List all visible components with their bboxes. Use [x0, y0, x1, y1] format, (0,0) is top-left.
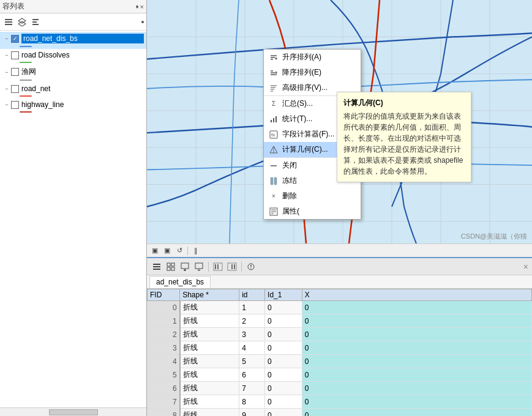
- table-row[interactable]: 5折线600: [148, 368, 532, 382]
- toc-tool-list[interactable]: [2, 16, 15, 28]
- col-shape[interactable]: Shape *: [180, 289, 239, 301]
- cell-id: 9: [239, 409, 265, 417]
- sigma-icon: Σ: [269, 99, 279, 109]
- layer-label-road-net: road_net: [21, 84, 144, 93]
- close-ctx-icon: [269, 161, 279, 171]
- toc-tool-layers[interactable]: [16, 16, 28, 28]
- table-row[interactable]: 6折线700: [148, 382, 532, 395]
- table-tab-main[interactable]: ad_net_dis_bs: [149, 276, 211, 288]
- cell-id1: 0: [265, 409, 302, 417]
- toc-toolbar: [0, 13, 146, 31]
- ctx-calc-geo-label: 计算几何(C)...: [282, 144, 328, 155]
- table-tool-add-row[interactable]: [179, 261, 191, 273]
- expand-icon-highway[interactable]: −: [2, 100, 11, 109]
- layer-checkbox-road-dissolves[interactable]: [11, 51, 19, 59]
- cell-x: 0: [302, 328, 531, 341]
- svg-rect-52: [167, 267, 170, 270]
- svg-marker-28: [275, 71, 277, 73]
- toc-header: 容列表 ♦ ×: [0, 0, 146, 13]
- ctx-sort-asc[interactable]: 升序排列(A): [264, 50, 361, 65]
- table-tabs: ad_net_dis_bs: [147, 275, 532, 289]
- cell-id1: 0: [265, 314, 302, 328]
- table-tab-label: ad_net_dis_bs: [156, 278, 204, 286]
- table-tool-delete-row[interactable]: [193, 261, 205, 273]
- cell-x: 0: [302, 409, 531, 417]
- table-close-button[interactable]: ×: [523, 262, 528, 272]
- toc-layer-road-dissolves[interactable]: − road Dissolves: [0, 49, 146, 61]
- col-x[interactable]: X: [302, 289, 531, 301]
- toc-layer-highway-line[interactable]: − highway_line: [0, 98, 146, 111]
- table-row[interactable]: 3折线400: [148, 341, 532, 355]
- toc-layer-road-net-dis-bs[interactable]: − road_net_dis_bs: [0, 32, 146, 45]
- toc-layer-yuwan[interactable]: − 渔网: [0, 65, 146, 79]
- cell-fid: 8: [148, 409, 180, 417]
- expand-icon[interactable]: −: [2, 51, 11, 59]
- geo-icon: [269, 145, 279, 155]
- layer-checkbox-yuwan[interactable]: [11, 68, 19, 76]
- map-tool-pan[interactable]: ▣: [162, 245, 173, 256]
- svg-rect-34: [273, 118, 274, 122]
- map-area[interactable]: 升序排列(A) 降序排列(E) 高级排序(V)... Σ 汇总(S)..: [147, 0, 532, 243]
- toc-title: 容列表: [2, 1, 24, 12]
- table-tool-move-left[interactable]: [226, 261, 238, 273]
- table-tool-action[interactable]: [245, 261, 257, 273]
- toc-scroll-bar: [0, 407, 146, 416]
- table-tool-grid[interactable]: [165, 261, 177, 273]
- ctx-attr-label: 属性(: [282, 206, 299, 217]
- svg-marker-24: [275, 57, 277, 59]
- freeze-icon: [269, 176, 279, 186]
- toc-tool-options[interactable]: [29, 16, 42, 28]
- svg-rect-48: [153, 266, 160, 267]
- col-fid[interactable]: FID: [148, 289, 180, 301]
- calc-icon: fx: [269, 130, 279, 139]
- tooltip-popup: 计算几何(C) 将此字段的值填充或更新为来自该表所代表的要素的几何值，如面积、周…: [337, 92, 471, 182]
- expand-icon-road-net[interactable]: −: [2, 84, 11, 93]
- cell-fid: 0: [148, 301, 180, 314]
- layer-label-highway: highway_line: [21, 100, 144, 109]
- map-tool-refresh[interactable]: ↺: [174, 245, 185, 256]
- table-row[interactable]: 4折线500: [148, 355, 532, 368]
- table-row[interactable]: 2折线300: [148, 328, 532, 341]
- expand-icon-yuwan[interactable]: −: [2, 68, 11, 76]
- expand-icon[interactable]: −: [2, 34, 11, 43]
- map-toolbar: ▣ ▣ ↺ ‖: [147, 243, 532, 257]
- ctx-field-calc-label: 字段计算器(F)...: [282, 129, 334, 139]
- map-tool-pause[interactable]: ‖: [190, 245, 201, 256]
- toc-layer-road-net[interactable]: − road_net: [0, 83, 146, 95]
- table-row[interactable]: 8折线900: [148, 409, 532, 417]
- ctx-sort-desc[interactable]: 降序排列(E): [264, 65, 361, 80]
- cell-shape: 折线: [180, 355, 239, 368]
- map-tool-select[interactable]: ▣: [149, 245, 160, 256]
- ctx-sort-desc-label: 降序排列(E): [282, 67, 321, 78]
- cell-fid: 2: [148, 328, 180, 341]
- cell-x: 0: [302, 355, 531, 368]
- col-id[interactable]: id: [239, 289, 265, 301]
- svg-rect-1: [5, 21, 12, 23]
- svg-rect-42: [274, 177, 277, 185]
- cell-x: 0: [302, 382, 531, 395]
- toc-pin-icon[interactable]: ♦: [135, 3, 138, 10]
- layer-checkbox-road-net[interactable]: [11, 85, 19, 93]
- table-row[interactable]: 1折线200: [148, 314, 532, 328]
- ctx-delete[interactable]: × 删除: [264, 188, 361, 204]
- col-id1[interactable]: Id_1: [265, 289, 302, 301]
- ctx-delete-label: 删除: [282, 191, 297, 201]
- layer-checkbox-highway[interactable]: [11, 101, 19, 109]
- layer-checkbox-road-net-dis-bs[interactable]: [11, 35, 19, 43]
- cell-id: 7: [239, 382, 265, 395]
- ctx-close-label: 关闭: [282, 160, 297, 171]
- cell-id1: 0: [265, 301, 302, 314]
- ctx-attributes[interactable]: 属性(: [264, 204, 361, 219]
- ctx-summarize-label: 汇总(S)...: [282, 98, 313, 109]
- table-row[interactable]: 7折线800: [148, 395, 532, 409]
- cell-id1: 0: [265, 328, 302, 341]
- table-row[interactable]: 0折线100: [148, 301, 532, 314]
- bottom-table-area: × ad_net_dis_bs FID Shape * id Id_1 X: [147, 257, 532, 416]
- svg-rect-54: [181, 263, 189, 269]
- table-tool-menu[interactable]: [151, 261, 163, 273]
- table-tool-move-right[interactable]: [212, 261, 224, 273]
- toc-scroll-thumb[interactable]: [49, 409, 98, 415]
- cell-fid: 3: [148, 341, 180, 355]
- toc-close-button[interactable]: ×: [140, 3, 144, 10]
- layer-label-road-net-dis-bs: road_net_dis_bs: [21, 34, 144, 43]
